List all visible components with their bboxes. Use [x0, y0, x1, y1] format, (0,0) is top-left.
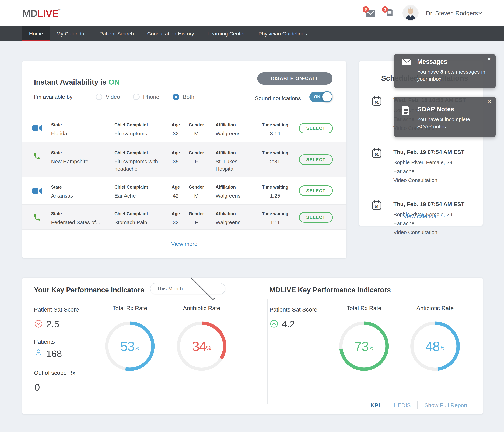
chevron-down-icon [191, 276, 215, 300]
report-links: KPI HEDIS Show Full Report [371, 400, 468, 410]
antibiotic-rate-donut: Antibiotic Rate 34% [176, 305, 227, 372]
mdlive-antibiotic-rate-donut: Antibiotic Rate 48% [410, 305, 461, 372]
queue-row: StateFlorida Chief ComplaintFlu symptoms… [22, 114, 346, 142]
age-value: 32 [165, 219, 186, 226]
gender-label: Gender [186, 122, 207, 128]
envelope-icon [403, 59, 411, 65]
hedis-link[interactable]: HEDIS [394, 402, 411, 409]
patients-sat-score-value: 4.2 [282, 319, 295, 329]
disable-on-call-button[interactable]: DISABLE ON-CALL [257, 72, 333, 85]
tab-my-calendar[interactable]: My Calendar [50, 26, 93, 41]
sound-notifications-toggle[interactable]: ON [309, 92, 333, 102]
view-calendar-link[interactable]: View calendar [403, 213, 438, 220]
wait-value: 1:25 [259, 192, 291, 199]
gender-value: M [186, 130, 207, 137]
patient-sat-score-value: 2.5 [46, 319, 59, 329]
radio-video-label[interactable]: Video [106, 94, 120, 100]
close-icon[interactable]: ✕ [487, 99, 491, 104]
age-value: 35 [165, 158, 186, 165]
chevron-down-icon[interactable] [478, 10, 483, 14]
age-value: 42 [165, 192, 186, 199]
affiliation-value: Walgreens [216, 192, 249, 199]
user-name[interactable]: Dr. Steven Rodgers [426, 10, 478, 17]
appointment-patient: Sophie River, Female, 29 [393, 158, 483, 167]
appointment-type: Video Consultation [393, 228, 483, 237]
affiliation-value: Walgreens [216, 130, 249, 137]
availability-card: Instant Availability is ON DISABLE ON-CA… [22, 61, 346, 258]
soap-notes-badge: 3 [382, 6, 388, 13]
tab-patient-search[interactable]: Patient Search [93, 26, 141, 41]
availability-status: ON [108, 78, 119, 86]
state-value: Federated Sates of... [51, 219, 111, 226]
select-button[interactable]: SELECT [299, 185, 333, 196]
wait-value: 2:31 [259, 158, 291, 165]
affiliation-label: Affiliation [216, 185, 249, 190]
calendar-icon: 01 [372, 148, 381, 158]
donut-value: 34 [192, 339, 206, 354]
avatar-image [404, 6, 418, 20]
donut-label: Total Rx Rate [338, 305, 389, 311]
toast-title: Messages [417, 58, 447, 65]
radio-phone-label[interactable]: Phone [143, 94, 159, 100]
messages-notification[interactable]: 8 [363, 6, 375, 19]
state-label: State [51, 122, 111, 128]
video-icon [32, 124, 42, 132]
donut-label: Total Rx Rate [104, 305, 155, 311]
tab-learning-center[interactable]: Learning Center [201, 26, 252, 41]
complaint-label: Chief Complaint [115, 185, 161, 190]
patients-value: 168 [46, 348, 62, 359]
gender-label: Gender [186, 185, 207, 190]
gender-label: Gender [186, 211, 207, 216]
close-icon[interactable]: ✕ [487, 57, 491, 62]
select-button[interactable]: SELECT [299, 212, 333, 223]
svg-text:01: 01 [375, 153, 379, 156]
calendar-icon: 01 [372, 96, 381, 106]
mdlive-logo[interactable]: MDLIVE® [22, 8, 60, 19]
kpi-link[interactable]: KPI [371, 402, 380, 409]
affiliation-value: St. Lukes Hospital [216, 158, 249, 173]
percent-sign: % [206, 345, 211, 351]
toast-title: SOAP Notes [417, 106, 454, 113]
period-dropdown[interactable]: This Month [150, 283, 225, 294]
age-label: Age [165, 122, 186, 128]
tab-consultation-history[interactable]: Consultation History [141, 26, 201, 41]
age-label: Age [165, 185, 186, 190]
tab-home[interactable]: Home [22, 26, 50, 41]
divider [387, 401, 387, 409]
radio-phone[interactable] [133, 94, 140, 100]
radio-both[interactable] [172, 94, 179, 100]
select-button[interactable]: SELECT [299, 123, 333, 133]
select-button[interactable]: SELECT [299, 154, 333, 165]
scheduled-item[interactable]: 01 Thu, Feb. 19 07:54 AM EST Sophie Rive… [359, 140, 483, 192]
percent-sign: % [135, 345, 139, 351]
page: MDLIVE® 8 3 [0, 0, 504, 432]
gender-label: Gender [186, 150, 207, 156]
radio-both-label[interactable]: Both [183, 94, 194, 100]
wait-value: 1:11 [259, 219, 291, 226]
wait-label: Time waiting [259, 150, 291, 156]
state-value: Arkansas [51, 192, 111, 199]
show-full-report-link[interactable]: Show Full Report [424, 402, 467, 409]
complaint-label: Chief Complaint [115, 211, 161, 216]
gender-value: F [186, 158, 207, 165]
divider [417, 401, 418, 409]
donut-label: Antibiotic Rate [176, 305, 227, 311]
complaint-value: Flu symptoms with headache [115, 158, 161, 173]
divider [267, 299, 268, 404]
affiliation-label: Affiliation [216, 150, 249, 156]
wait-label: Time waiting [259, 185, 291, 190]
soap-notes-notification[interactable]: 3 [382, 6, 394, 20]
kpi-card: Your Key Performance Indicators This Mon… [22, 278, 483, 414]
view-more-link[interactable]: View more [171, 241, 198, 247]
waiting-queue: StateFlorida Chief ComplaintFlu symptoms… [22, 114, 346, 230]
avatar[interactable] [404, 6, 418, 20]
tab-physician-guidelines[interactable]: Physician Guidelines [252, 26, 314, 41]
messages-badge: 8 [363, 6, 369, 13]
radio-video[interactable] [96, 94, 102, 100]
trend-down-icon [35, 320, 42, 328]
state-label: State [51, 211, 111, 216]
wait-value: 3:14 [259, 130, 291, 137]
affiliation-label: Affiliation [216, 122, 249, 128]
document-icon [403, 106, 410, 115]
complaint-label: Chief Complaint [115, 150, 161, 156]
